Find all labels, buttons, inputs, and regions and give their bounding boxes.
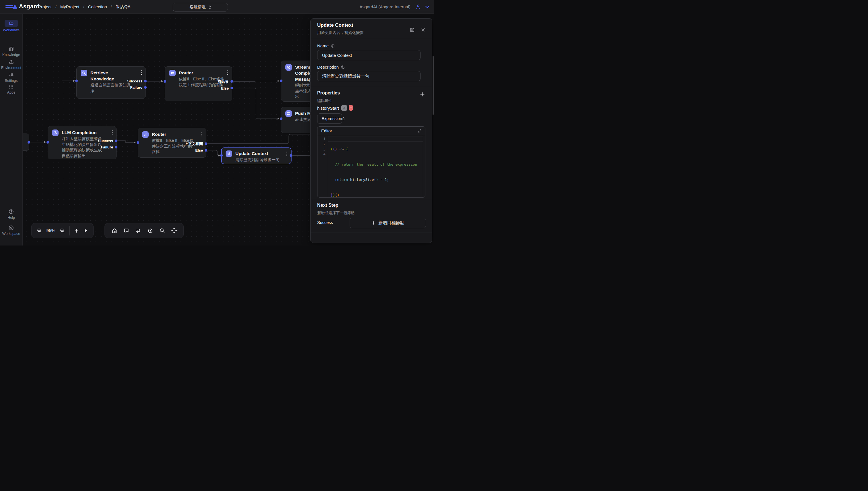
description-input[interactable]: 清除歷史對話留最後一句 (317, 71, 420, 81)
node-router-1[interactable]: Router 依據If、Else If、Else條件決定工作流程執行的路徑 有結… (165, 66, 232, 102)
info-icon (341, 65, 345, 69)
port-dot[interactable] (280, 117, 282, 120)
llm-icon (52, 129, 59, 136)
plus-icon (371, 221, 376, 225)
node-menu-icon[interactable] (112, 130, 113, 135)
add-property-icon[interactable] (420, 92, 425, 97)
sidebar-item-apps[interactable]: Apps (0, 84, 22, 94)
node-llm-completion[interactable]: LLM Completion 呼叫大型語言模型並產生結構化的資料輸出以輔助流程的… (48, 126, 117, 160)
line-numbers: 1 2 3 4 (318, 136, 328, 157)
port-dot[interactable] (47, 141, 49, 144)
node-menu-icon[interactable] (202, 132, 202, 136)
chat-bubble-icon[interactable] (123, 228, 129, 233)
node-description: 透過自然語言檢索知識庫 (90, 82, 132, 94)
port-dot[interactable] (290, 154, 292, 157)
top-header: Asgard Project / MyProject / Collection … (0, 0, 434, 14)
port-dot[interactable] (205, 142, 207, 145)
port-dot[interactable] (137, 141, 139, 144)
property-type-select[interactable]: Expression (317, 113, 342, 124)
name-input[interactable]: Update Context (317, 50, 420, 60)
add-target-node-button[interactable]: 新增目標節點 (350, 218, 426, 228)
sidebar-item-workspace[interactable]: Workspace (0, 225, 22, 236)
editor-scrollbar[interactable] (423, 135, 423, 198)
question-icon (8, 209, 14, 214)
add-node-button[interactable] (74, 228, 79, 233)
port-dot[interactable] (163, 80, 166, 83)
port-dot[interactable] (231, 80, 233, 83)
next-step-subtitle: 新增或選擇下一個節點 (317, 210, 355, 215)
port-dot[interactable] (115, 140, 117, 142)
node-router-2[interactable]: Router 依據If、Else If、Else條件決定工作流程執行的路徑 上下… (138, 128, 206, 157)
edit-property-button[interactable] (341, 105, 347, 111)
pencil-icon (342, 106, 346, 110)
code-line: (() => { (331, 147, 423, 152)
output-label: 有結果 (217, 80, 229, 84)
left-sidebar: Workflows Knowledge Environment Settings… (0, 13, 23, 246)
node-description: 呼叫大型語言模型並產生結構化的資料輸出以輔助流程的決策或生成自然語言輸出 (62, 136, 102, 158)
node-title: Router (152, 131, 194, 137)
sliders-icon (9, 72, 14, 78)
diamond-cluster-icon[interactable] (171, 228, 177, 234)
code-line: // return the result of the expression (331, 162, 423, 167)
llm-icon[interactable] (147, 228, 153, 234)
user-icon[interactable] (415, 4, 421, 10)
breadcrumb: Project / MyProject / Collection / 飯店QA (38, 0, 130, 13)
upload-icon (9, 59, 14, 65)
minus-icon (350, 107, 352, 109)
environment-select[interactable]: 客服情境 (173, 3, 228, 11)
port-dot[interactable] (144, 80, 147, 82)
port-dot[interactable] (144, 86, 147, 89)
properties-title: Properties (317, 90, 340, 96)
port-dot[interactable] (231, 87, 233, 89)
sidebar-item-environment[interactable]: Environment (0, 59, 22, 70)
output-label: Failure (101, 145, 113, 149)
run-workflow-button[interactable] (84, 228, 88, 233)
description-label: Description (317, 65, 345, 69)
zoom-out-icon[interactable] (37, 228, 42, 233)
node-update-context[interactable]: Update Context 清除歷史對話留最後一句 (221, 148, 291, 164)
grid-icon (9, 84, 14, 89)
port-dot[interactable] (280, 80, 282, 82)
remove-property-button[interactable] (349, 105, 353, 111)
breadcrumb-myproject[interactable]: MyProject (60, 4, 80, 9)
sidebar-item-knowledge[interactable]: Knowledge (0, 46, 22, 57)
expand-icon[interactable] (418, 129, 422, 133)
port-dot[interactable] (28, 141, 30, 144)
llm-icon (285, 64, 292, 70)
search-icon (81, 70, 87, 76)
sidebar-item-settings[interactable]: Settings (0, 72, 22, 83)
output-label: 上下文相關 (184, 142, 203, 146)
window-scrollbar[interactable] (432, 56, 434, 115)
port-dot[interactable] (220, 154, 223, 157)
breadcrumb-current[interactable]: 飯店QA (116, 4, 130, 9)
code-area[interactable]: 1 2 3 4 (() => { // return the result of… (318, 135, 425, 198)
breadcrumb-project[interactable]: Project (38, 4, 52, 9)
code-line: })() (331, 193, 423, 198)
close-icon[interactable] (421, 28, 425, 32)
port-dot[interactable] (205, 149, 207, 152)
panel-subtitle: 用於更新內容，初始化變數 (317, 30, 364, 35)
zoom-in-icon[interactable] (60, 228, 65, 233)
home-plus-icon[interactable] (111, 228, 117, 234)
expression-editor: Editor 1 2 3 4 (() => { // return the re… (317, 126, 425, 198)
node-menu-icon[interactable] (141, 70, 142, 75)
gear-icon (8, 225, 14, 231)
node-retrieve-knowledge[interactable]: Retrieve Knowledge 透過自然語言檢索知識庫 Success F… (77, 66, 146, 99)
next-step-output-label: Success (317, 220, 333, 225)
port-dot[interactable] (75, 80, 78, 82)
sidebar-item-help[interactable]: Help (0, 209, 22, 220)
swap-arrows-icon[interactable] (135, 228, 141, 234)
node-menu-icon[interactable] (287, 152, 287, 156)
node-menu-icon[interactable] (227, 70, 228, 75)
node-title: Retrieve Knowledge (90, 70, 123, 82)
sidebar-item-workflows[interactable]: Workflows (0, 20, 22, 32)
info-icon (331, 44, 335, 48)
search-icon[interactable] (159, 228, 165, 233)
port-dot[interactable] (115, 146, 117, 148)
chevron-down-icon[interactable] (425, 5, 429, 8)
save-icon[interactable] (410, 27, 415, 32)
menu-icon[interactable] (5, 5, 13, 9)
asgard-logo (12, 4, 17, 9)
toolbar-divider (69, 226, 70, 235)
breadcrumb-collection[interactable]: Collection (88, 4, 107, 9)
